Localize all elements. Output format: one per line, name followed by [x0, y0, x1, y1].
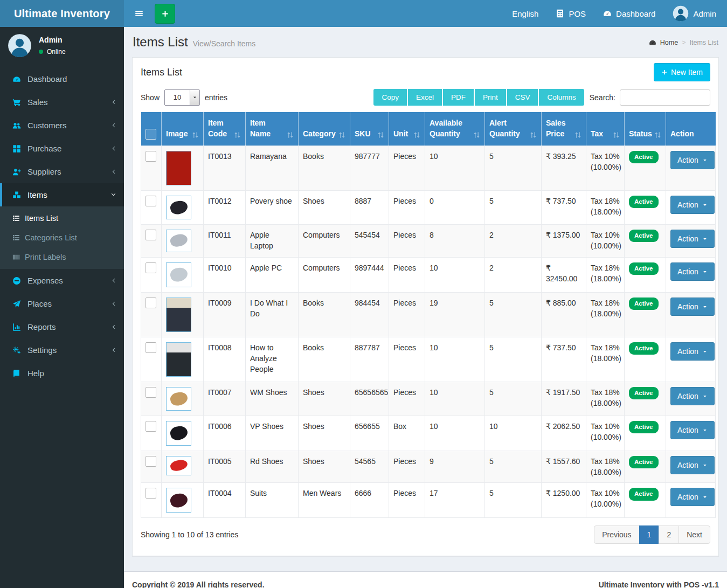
page-title: Items List	[133, 34, 188, 50]
panel-heading: Items List New Item	[133, 58, 718, 87]
plus-icon	[161, 10, 169, 18]
cell-action: Action	[666, 224, 716, 257]
sidebar-link-items[interactable]: Items	[0, 183, 124, 206]
row-action-button[interactable]: Action	[670, 456, 715, 474]
navbar-item-english[interactable]: English	[512, 9, 538, 18]
column-header-category[interactable]: Category	[299, 112, 350, 146]
search-input[interactable]	[620, 89, 710, 106]
table-header-row: ImageItem CodeItem NameCategorySKUUnitAv…	[141, 112, 716, 146]
cell-tax: Tax 18%(18.00%)	[586, 292, 625, 337]
row-checkbox[interactable]	[146, 196, 156, 206]
page-button-2[interactable]: 2	[659, 525, 679, 544]
new-item-button[interactable]: New Item	[654, 63, 710, 81]
column-header-status[interactable]: Status	[625, 112, 666, 146]
column-header-tax[interactable]: Tax	[586, 112, 625, 146]
cell-action: Action	[666, 257, 716, 292]
navbar-item-admin[interactable]: Admin	[673, 5, 716, 22]
row-checkbox[interactable]	[146, 387, 156, 398]
sidebar-toggle-button[interactable]	[128, 0, 150, 27]
user-plus-icon	[10, 168, 23, 176]
row-checkbox[interactable]	[146, 262, 156, 273]
sidebar-item-help: Help	[0, 362, 124, 385]
chart-icon	[10, 323, 23, 331]
cell-sales-price: ₹ 885.00	[542, 292, 586, 337]
sidebar-item-expenses: Expenses	[0, 269, 124, 292]
row-checkbox[interactable]	[146, 456, 156, 467]
sidebar-item-label: Help	[27, 369, 44, 378]
sidebar-link-settings[interactable]: Settings	[0, 338, 124, 362]
row-action-button[interactable]: Action	[670, 298, 715, 316]
quick-add-button[interactable]	[155, 4, 175, 24]
row-action-button[interactable]: Action	[670, 262, 715, 281]
sidebar-link-dashboard[interactable]: Dashboard	[0, 67, 124, 91]
tax-rate: Tax 10%	[591, 230, 620, 240]
cell-action: Action	[666, 382, 716, 416]
sidebar-link-help[interactable]: Help	[0, 362, 124, 385]
column-header-sales-price[interactable]: Sales Price	[542, 112, 586, 146]
row-action-button[interactable]: Action	[670, 488, 715, 506]
row-action-button[interactable]: Action	[670, 421, 715, 439]
select-all-checkbox[interactable]	[146, 129, 156, 140]
thumbnail-art	[169, 199, 188, 215]
row-action-button[interactable]: Action	[670, 151, 715, 169]
app-logo[interactable]: Ultimate Inventory	[0, 0, 124, 27]
export-columns-button[interactable]: Columns	[539, 89, 584, 106]
column-header-label: Action	[670, 128, 694, 139]
breadcrumb-separator: >	[682, 39, 686, 46]
column-header-item-name[interactable]: Item Name	[246, 112, 299, 146]
row-action-button[interactable]: Action	[670, 387, 715, 405]
row-checkbox[interactable]	[146, 151, 156, 162]
row-checkbox[interactable]	[146, 230, 156, 240]
sidebar-link-purchase[interactable]: Purchase	[0, 137, 124, 160]
select-caret-icon	[190, 90, 199, 105]
column-header-alert-quantity[interactable]: Alert Quantity	[485, 112, 542, 146]
export-copy-button[interactable]: Copy	[373, 89, 407, 106]
row-checkbox[interactable]	[146, 298, 156, 308]
cell-item-name: VP Shoes	[246, 416, 299, 451]
sort-icon	[530, 132, 537, 140]
sidebar-link-places[interactable]: Places	[0, 292, 124, 315]
table-row: IT0010Apple PCComputers9897444Pieces102₹…	[141, 257, 716, 292]
home-icon	[649, 39, 656, 46]
export-excel-button[interactable]: Excel	[408, 89, 442, 106]
row-action-button[interactable]: Action	[670, 230, 715, 248]
row-action-button[interactable]: Action	[670, 342, 715, 361]
column-header-unit[interactable]: Unit	[389, 112, 425, 146]
column-header-content: Item Name	[250, 117, 294, 140]
export-pdf-button[interactable]: PDF	[443, 89, 474, 106]
row-checkbox[interactable]	[146, 421, 156, 432]
cell-unit: Pieces	[389, 190, 425, 224]
sidebar-link-reports[interactable]: Reports	[0, 315, 124, 338]
page-button-next[interactable]: Next	[678, 525, 710, 544]
row-checkbox[interactable]	[146, 342, 156, 353]
column-header-image[interactable]: Image	[162, 112, 204, 146]
sidebar-link-suppliers[interactable]: Suppliers	[0, 160, 124, 183]
thumbnail-art	[169, 492, 189, 509]
sidebar-sublink-print-labels[interactable]: Print Labels	[0, 247, 124, 267]
cell-status: Active	[625, 416, 666, 451]
column-header-available-quantity[interactable]: Available Quantity	[425, 112, 485, 146]
column-header-sku[interactable]: SKU	[350, 112, 389, 146]
sidebar-link-sales[interactable]: Sales	[0, 91, 124, 114]
sidebar-link-customers[interactable]: Customers	[0, 114, 124, 137]
column-header-item-code[interactable]: Item Code	[204, 112, 246, 146]
navbar-item-pos[interactable]: POS	[556, 9, 586, 18]
cell-category: Books	[299, 292, 350, 337]
page-size-select[interactable]: 10	[164, 89, 200, 106]
export-csv-button[interactable]: CSV	[507, 89, 538, 106]
navbar-item-dashboard[interactable]: Dashboard	[603, 9, 655, 18]
page-button-previous[interactable]: Previous	[594, 525, 639, 544]
export-print-button[interactable]: Print	[475, 89, 506, 106]
status-badge: Active	[629, 262, 659, 275]
sidebar-sublink-categories-list[interactable]: Categories List	[0, 228, 124, 247]
sidebar-sublink-items-list[interactable]: Items List	[0, 209, 124, 228]
row-action-button[interactable]: Action	[670, 196, 715, 214]
column-header-content: Alert Quantity	[489, 117, 537, 140]
new-item-label: New Item	[671, 68, 703, 77]
cell-status: Active	[625, 337, 666, 382]
sidebar-link-expenses[interactable]: Expenses	[0, 269, 124, 292]
row-checkbox[interactable]	[146, 488, 156, 499]
breadcrumb-home[interactable]: Home	[660, 39, 678, 46]
tax-percent: (18.00%)	[591, 353, 620, 364]
page-button-1[interactable]: 1	[639, 525, 660, 544]
